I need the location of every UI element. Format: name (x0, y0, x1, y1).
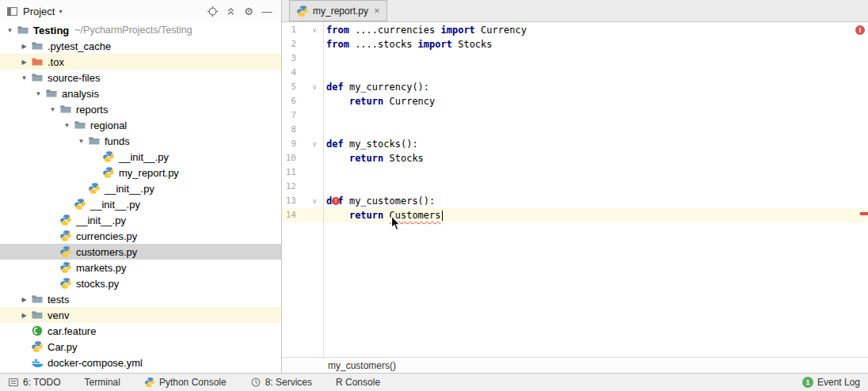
tree-item-my-report-py[interactable]: my_report.py (0, 165, 281, 180)
code-line-1[interactable]: 1∨from ....currencies import Currency (282, 23, 868, 37)
folder-icon (45, 87, 58, 100)
folder-icon (17, 24, 29, 36)
status-item-r-console[interactable]: R Console (336, 377, 380, 388)
code-line-12[interactable]: 12 (282, 180, 868, 194)
tree-item-source-files[interactable]: ▼source-files (0, 70, 281, 85)
code-line-5[interactable]: 5∨def my_currency(): (282, 80, 868, 94)
tree-item-init-py[interactable]: __init__.py (0, 212, 281, 228)
tree-item-venv[interactable]: ▶venv (0, 307, 281, 323)
tree-item-tests[interactable]: ▶tests (0, 291, 281, 307)
code-line-13[interactable]: 13∨def my_customers():! (282, 194, 868, 208)
tree-item-stocks-py[interactable]: stocks.py (0, 275, 281, 291)
code-segment: return (349, 210, 383, 221)
status-item-6-todo[interactable]: 6: TODO (8, 377, 61, 388)
line-number: 6 (282, 94, 296, 108)
code-line-6[interactable]: 6 return Currency (282, 94, 868, 108)
tree-item-reports[interactable]: ▼reports (0, 101, 281, 117)
collapse-arrow-icon[interactable]: ▼ (3, 27, 17, 34)
expand-arrow-icon[interactable]: ▶ (17, 59, 31, 66)
tree-item-init-py[interactable]: __init__.py (0, 149, 281, 165)
collapse-arrow-icon[interactable]: ▼ (32, 90, 45, 97)
status-item-label: Event Log (817, 377, 860, 388)
expand-arrow-icon[interactable]: ▶ (17, 312, 31, 319)
status-item-python-console[interactable]: Python Console (144, 377, 227, 388)
code-line-9[interactable]: 9∨def my_stocks(): (282, 137, 868, 151)
expand-arrow-icon[interactable]: ▶ (17, 296, 31, 303)
folder-excluded-icon (31, 55, 44, 68)
tree-item-currencies-py[interactable]: currencies.py (0, 228, 281, 244)
line-number: 14 (282, 208, 296, 222)
todo-icon (8, 377, 19, 388)
tree-item-customers-py[interactable]: customers.py (0, 244, 281, 260)
code-segment: return (349, 96, 383, 107)
code-segment: ....stocks (349, 39, 418, 50)
fold-arrow-icon[interactable]: ∨ (296, 194, 322, 208)
code-text: from ....currencies import Currency (322, 23, 527, 37)
event-count-badge: 1 (802, 377, 813, 388)
error-stripe-mark[interactable] (860, 212, 868, 215)
collapse-all-icon[interactable] (223, 3, 238, 19)
tree-item-label: analysis (62, 88, 99, 100)
tree-item-pytest-cache[interactable]: ▶.pytest_cache (0, 38, 281, 54)
tree-item-car-feature[interactable]: car.feature (0, 323, 281, 339)
tab-label: my_report.py (313, 6, 368, 17)
fold-arrow-icon[interactable]: ∨ (296, 137, 322, 151)
collapse-arrow-icon[interactable]: ▼ (60, 122, 74, 129)
tab-my-report-py[interactable]: my_report.py × (289, 0, 387, 21)
code-line-14[interactable]: 14 return Customers (282, 208, 868, 222)
python-icon (88, 182, 101, 195)
tree-item-tox[interactable]: ▶.tox (0, 54, 281, 70)
tree-item-label: __init__.py (119, 151, 169, 163)
collapse-arrow-icon[interactable]: ▼ (46, 106, 59, 113)
status-item-terminal[interactable]: Terminal (85, 377, 120, 388)
tree-item-funds[interactable]: ▼funds (0, 133, 281, 149)
tree-item-label: regional (90, 120, 127, 131)
tree-item-init-py[interactable]: __init__.py (0, 180, 281, 196)
code-line-2[interactable]: 2from ....stocks import Stocks (282, 37, 868, 51)
expand-arrow-icon[interactable]: ▶ (17, 43, 31, 50)
tree-item-testing[interactable]: ▼Testing~/PycharmProjects/Testing (0, 22, 281, 38)
code-line-10[interactable]: 10 return Stocks (282, 151, 868, 165)
tree-item-label: venv (48, 309, 69, 321)
chevron-down-icon[interactable]: ▾ (59, 8, 62, 15)
tree-item-regional[interactable]: ▼regional (0, 117, 281, 133)
code-area[interactable]: ! 1∨from ....currencies import Currency2… (282, 22, 868, 357)
status-item-event-log[interactable]: 1Event Log (802, 377, 860, 388)
code-segment (326, 153, 349, 164)
breadcrumb-item[interactable]: my_customers() (328, 360, 396, 371)
tree-item-label: .tox (48, 56, 64, 68)
code-line-8[interactable]: 8 (282, 123, 868, 137)
python-file-icon (296, 5, 309, 17)
text-caret (442, 211, 443, 221)
hide-panel-icon[interactable]: — (259, 3, 275, 19)
error-dot-icon: ! (332, 197, 340, 205)
inspection-error-icon[interactable]: ! (855, 25, 865, 35)
code-line-4[interactable]: 4 (282, 66, 868, 80)
code-line-7[interactable]: 7 (282, 108, 868, 123)
close-icon[interactable]: × (374, 6, 380, 16)
line-number: 10 (282, 151, 296, 165)
status-item-8-services[interactable]: 8: Services (250, 377, 312, 388)
folder-icon (74, 119, 86, 131)
locate-icon[interactable] (204, 3, 220, 19)
status-item-label: Terminal (85, 377, 120, 388)
status-item-label: R Console (336, 377, 380, 388)
python-icon (59, 214, 72, 226)
tree-item-analysis[interactable]: ▼analysis (0, 85, 281, 101)
tree-item-docker-compose-yml[interactable]: docker-compose.yml (0, 355, 281, 370)
tree-item-markets-py[interactable]: markets.py (0, 260, 281, 275)
collapse-arrow-icon[interactable]: ▼ (74, 138, 88, 145)
fold-arrow-icon[interactable]: ∨ (296, 23, 322, 37)
code-line-11[interactable]: 11 (282, 165, 868, 180)
tree-item-init-py[interactable]: __init__.py (0, 196, 281, 212)
code-segment: Currency (383, 96, 435, 107)
line-number: 13 (282, 194, 296, 208)
project-panel-title[interactable]: Project (23, 6, 55, 17)
code-segment: from (326, 25, 349, 36)
fold-arrow-icon[interactable]: ∨ (296, 80, 322, 94)
tree-item-car-py[interactable]: Car.py (0, 339, 281, 355)
settings-gear-icon[interactable]: ⚙ (241, 3, 257, 19)
collapse-arrow-icon[interactable]: ▼ (17, 74, 31, 82)
code-line-3[interactable]: 3 (282, 51, 868, 66)
tree-item-label: customers.py (76, 246, 137, 258)
